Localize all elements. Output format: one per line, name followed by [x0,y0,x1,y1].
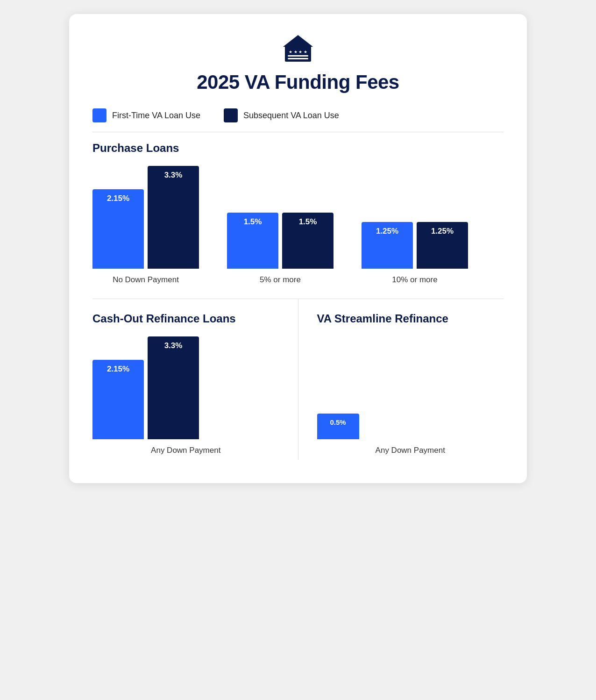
cash-out-title: Cash-Out Refinance Loans [92,312,279,325]
bar-subsequent-1: 1.5% [282,213,333,269]
cash-out-bars: 2.15%3.3% [92,336,279,439]
purchase-label-2: 10% or more [392,275,437,285]
streamline-title: VA Streamline Refinance [317,312,504,325]
streamline-bar-first: 0.5% [317,414,359,439]
bar-subsequent-2: 1.25% [417,222,468,269]
svg-rect-3 [288,55,308,57]
cashout-bar-first: 2.15% [92,360,144,439]
cash-out-section: Cash-Out Refinance Loans 2.15%3.3% Any D… [92,299,298,460]
bar-first-0: 2.15% [92,189,144,269]
purchase-group-0: 2.15%3.3%No Down Payment [92,166,199,285]
streamline-label: Any Down Payment [317,446,504,455]
legend-subsequent-box [224,108,238,122]
purchase-bars-1: 1.5%1.5% [227,213,333,269]
legend-first: First-Time VA Loan Use [92,108,200,122]
legend: First-Time VA Loan Use Subsequent VA Loa… [92,108,504,132]
legend-first-box [92,108,106,122]
streamline-section: VA Streamline Refinance 0.5% Any Down Pa… [298,299,504,460]
cash-out-chart: 2.15%3.3% Any Down Payment [92,336,279,455]
svg-rect-4 [288,58,308,59]
purchase-group-1: 1.5%1.5%5% or more [227,213,333,285]
cashout-bar-subsequent: 3.3% [148,336,199,439]
legend-subsequent-label: Subsequent VA Loan Use [243,111,339,121]
purchase-bars-2: 1.25%1.25% [362,222,468,269]
purchase-section: Purchase Loans 2.15%3.3%No Down Payment1… [92,142,504,299]
bar-first-1: 1.5% [227,213,278,269]
streamline-bars: 0.5% [317,414,504,439]
streamline-chart: 0.5% Any Down Payment [317,336,504,455]
purchase-label-0: No Down Payment [113,275,179,285]
bar-first-2: 1.25% [362,222,413,269]
bar-subsequent-0: 3.3% [148,166,199,269]
purchase-bars-0: 2.15%3.3% [92,166,199,269]
purchase-group-2: 1.25%1.25%10% or more [362,222,468,285]
purchase-chart: 2.15%3.3%No Down Payment1.5%1.5%5% or mo… [92,166,504,285]
legend-subsequent: Subsequent VA Loan Use [224,108,339,122]
svg-marker-0 [283,35,313,47]
page-title: 2025 VA Funding Fees [92,71,504,93]
cash-out-label: Any Down Payment [92,446,279,455]
house-icon: ★ ★ ★ ★ [92,33,504,65]
purchase-section-title: Purchase Loans [92,142,504,155]
main-card: ★ ★ ★ ★ 2025 VA Funding Fees First-Time … [69,14,527,483]
bottom-sections: Cash-Out Refinance Loans 2.15%3.3% Any D… [92,299,504,460]
purchase-label-1: 5% or more [260,275,301,285]
svg-text:★ ★ ★ ★: ★ ★ ★ ★ [289,50,307,54]
header: ★ ★ ★ ★ 2025 VA Funding Fees [92,33,504,93]
legend-first-label: First-Time VA Loan Use [112,111,200,121]
